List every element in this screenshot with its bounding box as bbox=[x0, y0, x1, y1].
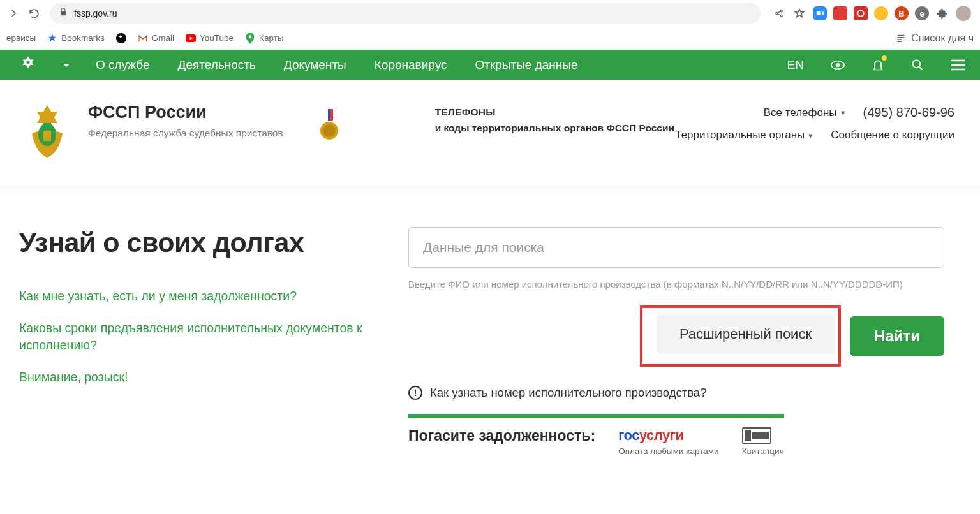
ext-b-icon[interactable]: B bbox=[895, 6, 909, 20]
ext-zoom-icon[interactable] bbox=[813, 6, 827, 20]
nav-covid[interactable]: Коронавирус bbox=[375, 58, 447, 72]
gosuslugi-logo: госуслуги bbox=[618, 427, 683, 444]
lock-icon bbox=[59, 8, 68, 19]
info-icon: ! bbox=[408, 386, 422, 400]
receipt-icon bbox=[742, 427, 771, 444]
address-bar[interactable]: fssp.gov.ru bbox=[50, 3, 761, 24]
menu-icon[interactable] bbox=[951, 59, 966, 71]
advanced-search-highlight: Расширенный поиск bbox=[640, 305, 841, 367]
profile-avatar[interactable] bbox=[956, 6, 971, 21]
medal-icon[interactable] bbox=[319, 109, 339, 141]
how-know-label: Как узнать номер исполнительного произво… bbox=[430, 386, 706, 400]
bookmark-maps-label: Карты bbox=[259, 33, 283, 43]
bookmark-gmail-label: Gmail bbox=[152, 33, 174, 43]
accessibility-icon[interactable] bbox=[831, 61, 845, 70]
bookmark-bookmarks[interactable]: Bookmarks bbox=[47, 33, 105, 43]
ext-red1-icon[interactable] bbox=[833, 6, 847, 20]
svg-rect-11 bbox=[325, 109, 328, 121]
gmail-icon bbox=[138, 33, 148, 43]
payoff-title: Погасите задолженность: bbox=[408, 427, 595, 444]
bookmark-maps[interactable]: Карты bbox=[245, 33, 283, 43]
faq-link-1[interactable]: Как мне узнать, есть ли у меня задолженн… bbox=[19, 288, 376, 304]
svg-point-14 bbox=[323, 124, 336, 137]
phones-title: ТЕЛЕФОНЫ bbox=[435, 106, 674, 118]
gosuslugi-caption: Оплата любыми картами bbox=[618, 446, 719, 456]
search-hint: Введите ФИО или номер исполнительного пр… bbox=[408, 277, 944, 291]
bookmark-youtube[interactable]: YouTube bbox=[186, 33, 234, 43]
svg-rect-1 bbox=[836, 10, 844, 17]
nav-open-data[interactable]: Открытые данные bbox=[475, 58, 577, 72]
svg-point-2 bbox=[858, 10, 863, 16]
phones-sub: и коды территориальных органов ФССП Росс… bbox=[435, 121, 674, 136]
hero-heading: Узнай о своих долгах bbox=[19, 227, 376, 258]
bookmark-services[interactable]: ервисы bbox=[6, 33, 36, 43]
svg-point-8 bbox=[913, 60, 921, 68]
corruption-link[interactable]: Сообщение о коррупции bbox=[831, 129, 954, 142]
svg-point-5 bbox=[26, 61, 29, 64]
lang-switch[interactable]: EN bbox=[787, 58, 804, 72]
bookmark-bookmarks-label: Bookmarks bbox=[61, 33, 105, 43]
bookmark-star-icon[interactable] bbox=[792, 6, 806, 20]
receipt-caption: Квитанция bbox=[742, 446, 784, 456]
emblem-small-icon[interactable] bbox=[17, 54, 40, 77]
svg-point-4 bbox=[249, 35, 252, 38]
notifications-icon[interactable] bbox=[872, 58, 884, 72]
site-title: ФССП России bbox=[88, 103, 283, 122]
bookmark-app[interactable] bbox=[116, 33, 126, 43]
bookmark-gmail[interactable]: Gmail bbox=[138, 33, 174, 43]
phone-number: (495) 870-69-96 bbox=[863, 105, 954, 120]
notification-dot bbox=[882, 55, 887, 61]
browser-forward-button[interactable] bbox=[5, 5, 22, 22]
how-know-link[interactable]: ! Как узнать номер исполнительного произ… bbox=[408, 386, 944, 400]
svg-rect-12 bbox=[330, 109, 333, 121]
search-input[interactable] bbox=[408, 227, 944, 268]
svg-rect-0 bbox=[817, 11, 821, 15]
ext-red2-icon[interactable] bbox=[854, 6, 868, 20]
emblem-large-icon bbox=[19, 103, 75, 160]
territorial-dropdown[interactable]: Территориальные органы bbox=[675, 129, 813, 142]
advanced-search-button[interactable]: Расширенный поиск bbox=[657, 314, 835, 354]
svg-point-7 bbox=[836, 62, 840, 66]
browser-reload-button[interactable] bbox=[26, 5, 42, 22]
url-text: fssp.gov.ru bbox=[74, 8, 117, 18]
region-dropdown[interactable] bbox=[63, 59, 70, 71]
reading-list-icon bbox=[896, 33, 906, 43]
payoff-receipt[interactable]: Квитанция bbox=[742, 427, 784, 456]
faq-link-3[interactable]: Внимание, розыск! bbox=[19, 369, 376, 385]
ext-yellow-icon[interactable] bbox=[874, 6, 888, 20]
share-icon[interactable] bbox=[772, 6, 786, 20]
maps-icon bbox=[245, 33, 255, 43]
bookmark-youtube-label: YouTube bbox=[200, 33, 234, 43]
faq-link-2[interactable]: Каковы сроки предъявления исполнительных… bbox=[19, 319, 376, 353]
all-phones-dropdown[interactable]: Все телефоны bbox=[764, 106, 845, 119]
search-icon[interactable] bbox=[911, 59, 924, 71]
nav-about[interactable]: О службе bbox=[96, 58, 150, 72]
reading-list-label[interactable]: Список для ч bbox=[911, 33, 974, 44]
site-subtitle: Федеральная служба судебных приставов bbox=[88, 126, 283, 140]
nav-activity[interactable]: Деятельность bbox=[178, 58, 256, 72]
star-icon bbox=[47, 33, 57, 43]
find-button[interactable]: Найти bbox=[850, 316, 944, 356]
extensions-icon[interactable] bbox=[935, 6, 949, 20]
payoff-gosuslugi[interactable]: госуслуги Оплата любыми картами bbox=[618, 427, 719, 456]
ext-e-icon[interactable]: e bbox=[915, 6, 929, 20]
youtube-icon bbox=[186, 33, 196, 43]
bookmark-services-label: ервисы bbox=[6, 33, 36, 43]
app-icon bbox=[116, 33, 126, 43]
nav-documents[interactable]: Документы bbox=[284, 58, 346, 72]
